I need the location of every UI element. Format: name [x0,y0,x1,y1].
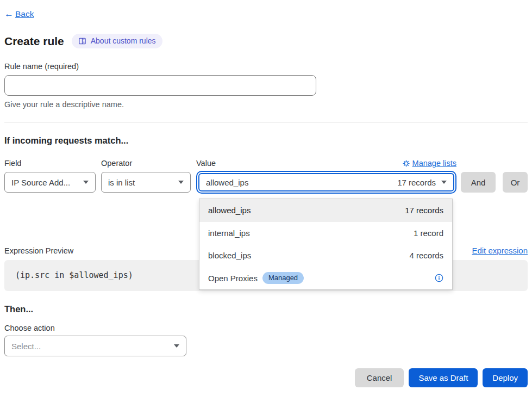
list-dropdown-menu: allowed_ips 17 records internal_ips 1 re… [199,199,453,290]
value-label: Value [196,159,216,168]
about-custom-rules-label: About custom rules [91,36,156,45]
list-option-count: 1 record [414,228,443,238]
action-select-placeholder: Select... [11,342,41,351]
then-section-heading: Then... [4,304,528,314]
chevron-down-icon [174,344,179,348]
back-arrow-icon: ← [4,9,14,20]
manage-lists-link[interactable]: Manage lists [403,159,456,168]
book-icon [78,37,86,45]
back-button[interactable]: ←Back [4,9,34,20]
list-option-name: Open Proxies [208,274,258,283]
value-select[interactable]: allowed_ips 17 records [198,173,454,191]
back-row: ←Back [4,0,528,20]
match-condition-row: Field IP Source Add... Operator is in li… [4,158,528,194]
list-option-open-proxies[interactable]: Open Proxies Managed [199,267,452,290]
operator-label: Operator [101,159,132,168]
and-button[interactable]: And [461,172,496,193]
edit-expression-link[interactable]: Edit expression [472,246,528,255]
deploy-button[interactable]: Deploy [483,368,528,387]
section-divider [4,122,528,122]
about-custom-rules-link[interactable]: About custom rules [72,34,162,48]
list-option-count: 4 records [409,251,443,260]
expression-preview-label: Expression Preview [4,246,73,255]
value-select-name: allowed_ips [206,178,248,187]
operator-select-value: is in list [108,178,135,187]
or-button[interactable]: Or [503,172,528,193]
chevron-down-icon [83,181,89,184]
field-label: Field [4,159,21,168]
save-as-draft-button[interactable]: Save as Draft [409,368,478,387]
list-option-internal-ips[interactable]: internal_ips 1 record [199,222,452,245]
operator-select[interactable]: is in list [101,172,191,193]
info-icon[interactable] [435,274,443,282]
rule-name-helper: Give your rule a descriptive name. [4,100,528,109]
list-option-blocked-ips[interactable]: blocked_ips 4 records [199,244,452,267]
back-label: Back [15,9,34,19]
field-column: Field IP Source Add... [4,158,96,193]
value-select-focus-ring: allowed_ips 17 records [196,171,456,194]
footer-actions: Cancel Save as Draft Deploy [4,368,528,387]
gear-icon [403,160,410,167]
rule-name-label: Rule name (required) [4,62,528,71]
action-select[interactable]: Select... [4,336,186,356]
value-column: Value Manage lists allowed_ips [196,158,456,194]
manage-lists-label: Manage lists [412,159,456,168]
list-option-allowed-ips[interactable]: allowed_ips 17 records [199,199,452,222]
chevron-down-icon [178,181,184,184]
page-title: Create rule [4,35,64,48]
list-option-name: allowed_ips [208,206,251,215]
field-select[interactable]: IP Source Add... [4,172,96,193]
operator-column: Operator is in list [101,158,191,193]
managed-badge: Managed [262,272,304,284]
field-select-value: IP Source Add... [11,178,70,187]
match-section-heading: If incoming requests match... [4,135,528,146]
list-option-name: internal_ips [208,228,250,238]
value-select-count: 17 records [397,178,436,187]
chevron-down-icon [441,181,447,184]
list-option-count: 17 records [405,206,443,215]
rule-name-input[interactable] [4,75,316,96]
choose-action-label: Choose action [4,324,528,332]
cancel-button[interactable]: Cancel [355,368,404,387]
title-row: Create rule About custom rules [4,34,528,48]
list-option-name: blocked_ips [208,251,251,260]
